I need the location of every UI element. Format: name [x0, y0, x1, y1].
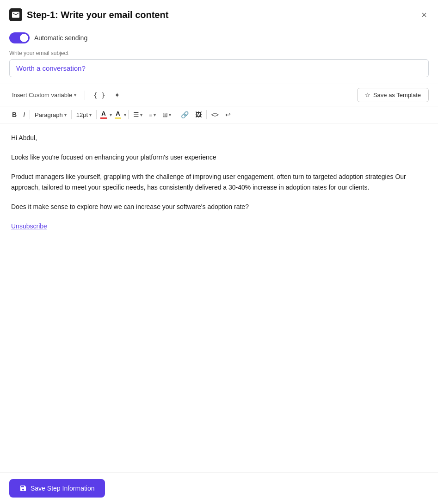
subject-label: Write your email subject: [9, 50, 429, 56]
body-line-3: Does it make sense to explore how we can…: [11, 202, 427, 213]
font-size-select[interactable]: 12pt ▾: [74, 110, 94, 120]
body-line-2: Product managers like yourself, grapplin…: [11, 172, 427, 194]
subject-input[interactable]: [9, 59, 429, 77]
email-body[interactable]: Hi Abdul, Looks like you're focused on e…: [0, 123, 438, 364]
chevron-down-icon[interactable]: ▾: [124, 112, 126, 117]
email-icon: [9, 8, 22, 21]
magic-wand-icon: ✦: [114, 91, 120, 99]
divider: [71, 110, 72, 119]
code-button[interactable]: <>: [209, 109, 222, 120]
toggle-label: Automatic sending: [34, 34, 87, 42]
subject-section: Write your email subject: [0, 50, 438, 84]
chevron-down-icon: ▾: [64, 112, 67, 117]
divider: [96, 110, 97, 119]
star-icon: ☆: [365, 92, 370, 98]
chevron-down-icon: ▾: [89, 112, 92, 117]
curly-braces-icon: { }: [93, 92, 105, 99]
unsubscribe-link[interactable]: Unsubscribe: [11, 222, 47, 230]
magic-wand-button[interactable]: ✦: [111, 89, 123, 101]
table-button[interactable]: ⊞ ▾: [160, 109, 174, 120]
paragraph-label: Paragraph: [35, 111, 63, 118]
ordered-list-icon: ≡: [149, 111, 153, 118]
curly-braces-button[interactable]: { }: [91, 89, 108, 101]
toolbar-left-group: Insert Custom variable ▾ { } ✦: [9, 89, 123, 101]
chevron-down-icon[interactable]: ▾: [110, 112, 112, 117]
header-left: Step-1: Write your email content: [9, 8, 168, 21]
divider: [128, 110, 129, 119]
divider: [30, 110, 30, 119]
link-icon: 🔗: [181, 111, 189, 118]
bullet-list-icon: ☰: [133, 111, 139, 118]
toolbar-top: Insert Custom variable ▾ { } ✦ ☆ Save as…: [0, 84, 438, 106]
table-icon: ⊞: [162, 111, 168, 118]
greeting-line: Hi Abdul,: [11, 133, 427, 144]
divider: [206, 110, 207, 119]
paragraph-select[interactable]: Paragraph ▾: [32, 110, 69, 120]
bullet-list-button[interactable]: ☰ ▾: [130, 109, 145, 120]
chevron-down-icon: ▾: [74, 92, 76, 98]
font-size-label: 12pt: [76, 111, 88, 118]
formatting-bar: B I Paragraph ▾ 12pt ▾ A ▾ A ▾ ☰ ▾ ≡ ▾ ⊞…: [0, 106, 438, 123]
insert-custom-variable-button[interactable]: Insert Custom variable ▾: [9, 90, 79, 100]
image-button[interactable]: 🖼: [192, 109, 204, 120]
automatic-sending-toggle[interactable]: [9, 32, 30, 43]
ordered-list-button[interactable]: ≡ ▾: [146, 110, 159, 120]
highlight-color-button[interactable]: A: [113, 110, 123, 120]
undo-icon: ↩: [225, 111, 231, 118]
italic-button[interactable]: I: [20, 109, 28, 120]
link-button[interactable]: 🔗: [178, 109, 191, 120]
vertical-divider: [85, 91, 85, 100]
divider: [176, 110, 176, 119]
save-icon: [19, 485, 27, 492]
chevron-down-icon: ▾: [140, 112, 142, 117]
page-header: Step-1: Write your email content ×: [0, 0, 438, 28]
save-template-label: Save as Template: [373, 92, 421, 98]
chevron-down-icon: ▾: [169, 112, 171, 117]
page-title: Step-1: Write your email content: [27, 10, 168, 20]
bold-button[interactable]: B: [9, 109, 19, 120]
save-template-button[interactable]: ☆ Save as Template: [357, 88, 429, 102]
chevron-down-icon: ▾: [154, 112, 156, 117]
toggle-row: Automatic sending: [0, 28, 438, 50]
footer: Save Step Information: [0, 472, 438, 504]
custom-var-label: Insert Custom variable: [12, 92, 72, 98]
close-button[interactable]: ×: [419, 8, 429, 21]
text-color-icon: A: [101, 111, 105, 117]
save-step-label: Save Step Information: [31, 485, 95, 492]
text-color-underline: [100, 117, 107, 119]
code-icon: <>: [211, 111, 219, 118]
highlight-underline: [115, 117, 121, 119]
undo-button[interactable]: ↩: [222, 109, 234, 120]
image-icon: 🖼: [195, 111, 202, 118]
text-color-button[interactable]: A: [99, 110, 109, 120]
save-step-button[interactable]: Save Step Information: [9, 479, 105, 498]
body-line-1: Looks like you're focused on enhancing y…: [11, 152, 427, 163]
highlight-icon: A: [116, 111, 120, 117]
